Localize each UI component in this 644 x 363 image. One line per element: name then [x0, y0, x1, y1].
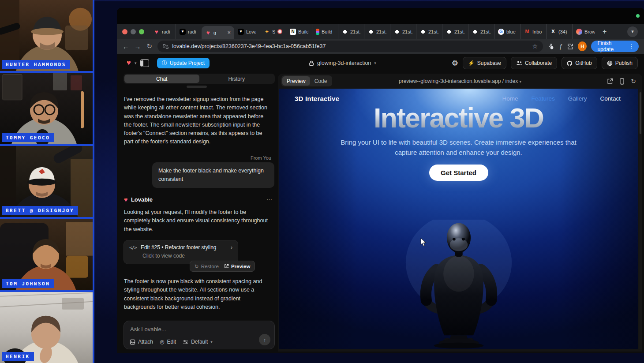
- assistant-message: Looking at your request, I'll modify the…: [124, 208, 272, 234]
- edit-card-actions: ↻ Restore Preview: [190, 261, 255, 272]
- tab-list: ♥radi ♥radi ♥g× ♥Lova ✦S NBuild Build 21…: [150, 24, 644, 39]
- chat-panel: Chat History I've removed the newsletter…: [123, 74, 276, 350]
- dot-favicon: [420, 29, 426, 35]
- bookmark-star-icon[interactable]: ☆: [532, 43, 538, 50]
- forward-icon[interactable]: →: [134, 43, 142, 50]
- browser-tab[interactable]: ♥radi: [150, 24, 176, 39]
- people-icon: [516, 60, 522, 66]
- browser-tab[interactable]: Brow: [572, 24, 598, 39]
- nav-link-features[interactable]: Features: [531, 95, 554, 102]
- edit-mode-button[interactable]: ◎ Edit: [160, 339, 176, 345]
- address-bar[interactable]: lovable.dev/projects/82360237-3e49-4ea3-…: [157, 41, 543, 52]
- chat-input[interactable]: Ask Lovable... Attach ◎ Edit: [124, 321, 275, 349]
- browser-tab[interactable]: MInbo: [520, 24, 546, 39]
- url-text: lovable.dev/projects/82360237-3e49-4ea3-…: [172, 43, 326, 49]
- browser-tab[interactable]: NBuild: [286, 24, 312, 39]
- assistant-name: Lovable: [131, 196, 153, 203]
- logo-chevron-icon[interactable]: ▾: [135, 61, 137, 65]
- stream-stage: HUNTER HAMMONDS TOMMY GEOCO: [0, 0, 644, 363]
- assistant-header-row: ♥ Lovable ⋯: [124, 196, 272, 203]
- overflow-dots-icon: ⋮: [629, 43, 634, 49]
- browser-window: ♥radi ♥radi ♥g× ♥Lova ✦S NBuild Build 21…: [117, 8, 644, 353]
- attach-image-icon: [130, 339, 135, 345]
- site-subtitle: Bring your UI to life with beautiful 3D …: [335, 137, 582, 157]
- browser-tab[interactable]: ♥radi: [176, 24, 202, 39]
- browser-tab[interactable]: Gblue: [494, 24, 520, 39]
- back-icon[interactable]: ←: [122, 43, 130, 50]
- attach-button[interactable]: Attach: [130, 339, 153, 345]
- chat-input-controls: Attach ◎ Edit Default ▾: [130, 339, 213, 345]
- restore-button[interactable]: ↻ Restore: [195, 263, 219, 269]
- collaborate-button[interactable]: Collaborate: [511, 57, 557, 69]
- reload-icon[interactable]: ↻: [146, 42, 153, 50]
- mobile-view-icon[interactable]: [620, 78, 624, 85]
- browser-tab[interactable]: 21st.: [468, 24, 494, 39]
- site-viewport: 3D Interactive Home Features Gallery Con…: [279, 89, 638, 349]
- traffic-light-close[interactable]: [122, 29, 127, 34]
- tab-history[interactable]: History: [199, 75, 274, 83]
- browser-tab[interactable]: 21st.: [442, 24, 468, 39]
- publish-button[interactable]: Publish: [602, 57, 638, 69]
- model-select[interactable]: Default ▾: [183, 339, 213, 345]
- preview-button[interactable]: Preview: [224, 264, 250, 269]
- extensions-puzzle-icon[interactable]: [567, 43, 573, 50]
- preview-address[interactable]: preview--glowing-3d-interaction.lovable.…: [278, 78, 642, 84]
- nav-link-home[interactable]: Home: [502, 95, 518, 102]
- figma-favicon: [316, 29, 319, 35]
- preview-toolbar: Preview Code preview--glowing-3d-interac…: [278, 74, 642, 89]
- browser-tab-active[interactable]: ♥g×: [202, 26, 234, 39]
- webcam-hunter: HUNTER HAMMONDS: [0, 0, 93, 71]
- lovable-heart-icon: ♥: [124, 196, 128, 203]
- lock-icon: [309, 60, 314, 66]
- info-icon: ⓘ: [162, 60, 167, 67]
- browser-tab[interactable]: ♥Lova: [234, 24, 260, 39]
- github-button[interactable]: GitHub: [562, 57, 597, 69]
- edit-card-title: Edit #25 • Refactor footer styling: [141, 244, 217, 251]
- lovable-logo-icon[interactable]: ♥: [127, 59, 131, 67]
- tab-chat[interactable]: Chat: [124, 75, 199, 83]
- message-more-icon[interactable]: ⋯: [266, 196, 272, 203]
- scrollbar-thumb[interactable]: [640, 92, 641, 134]
- restore-icon: ↻: [195, 263, 199, 269]
- dot-favicon: [446, 29, 452, 35]
- open-external-icon[interactable]: [607, 78, 613, 84]
- browser-tab[interactable]: Build: [312, 24, 338, 39]
- preview-scrollbar[interactable]: [639, 89, 642, 349]
- profile-avatar[interactable]: H: [578, 41, 587, 51]
- browser-tab[interactable]: 21st.: [364, 24, 390, 39]
- browser-tab[interactable]: 21st.: [390, 24, 416, 39]
- tab-close-icon[interactable]: ×: [227, 29, 231, 36]
- nav-link-contact[interactable]: Contact: [600, 95, 621, 102]
- supabase-button[interactable]: ⚡ Supabase: [463, 57, 506, 69]
- traffic-light-zoom[interactable]: [139, 29, 144, 34]
- browser-tab[interactable]: X(34): [546, 24, 572, 39]
- browser-tab[interactable]: 21st.: [338, 24, 364, 39]
- project-name-menu[interactable]: glowing-3d-interaction ▾: [309, 54, 376, 72]
- address-chevron-icon: ▾: [519, 79, 521, 84]
- nav-link-gallery[interactable]: Gallery: [568, 95, 587, 102]
- sidebar-toggle-icon[interactable]: [140, 59, 149, 67]
- send-button[interactable]: ↑: [259, 334, 270, 345]
- preview-reload-icon[interactable]: ↻: [631, 78, 636, 85]
- sparkle-favicon: ✦: [264, 29, 270, 35]
- heart-dark-favicon: ♥: [238, 29, 244, 35]
- browser-tab[interactable]: 21st.: [416, 24, 442, 39]
- browser-tab-strip: ♥radi ♥radi ♥g× ♥Lova ✦S NBuild Build 21…: [117, 24, 644, 39]
- browser-tab[interactable]: ✦S: [260, 24, 286, 39]
- get-started-button[interactable]: Get Started: [429, 165, 488, 181]
- finish-update-button[interactable]: Finish update ⋮: [591, 41, 639, 52]
- share-icon[interactable]: [547, 43, 554, 50]
- sliders-icon: [183, 340, 188, 344]
- dot-favicon: [368, 29, 374, 35]
- target-icon: ◎: [160, 339, 164, 345]
- new-tab-button[interactable]: +: [598, 28, 611, 36]
- tab-overflow-button[interactable]: ▾: [627, 26, 638, 37]
- traffic-light-minimize[interactable]: [131, 29, 136, 34]
- edit-card-subtitle: Click to view code: [142, 253, 232, 259]
- reader-mode-icon[interactable]: ƒ: [559, 43, 562, 50]
- webcam-brett: BRETT @ DESIGNJOY: [0, 146, 93, 217]
- update-project-button[interactable]: ⓘ Update Project: [157, 58, 210, 68]
- settings-gear-icon[interactable]: ⚙: [452, 59, 458, 68]
- site-info-icon[interactable]: [163, 44, 168, 49]
- webcam-tom: TOM JOHNSON: [0, 219, 93, 290]
